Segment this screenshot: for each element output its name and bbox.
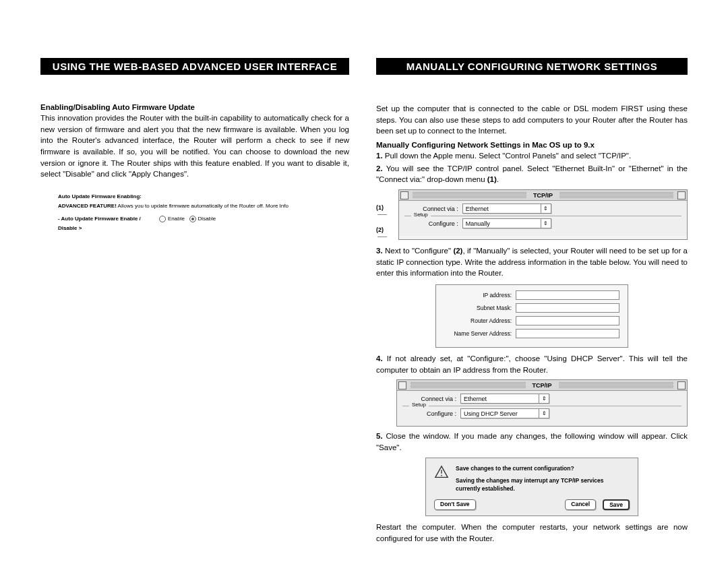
subnet-row: Subnet Mask: <box>444 303 619 313</box>
configure-value-2: Using DHCP Server <box>461 410 539 417</box>
configure-value: Manually <box>463 220 541 227</box>
connect-via-value-2: Ethernet <box>461 396 539 402</box>
titlebar-stripes-icon <box>559 192 673 199</box>
warning-icon <box>434 465 449 480</box>
step-5-text: Close the window. If you made any change… <box>376 432 688 451</box>
tcpip-titlebar: TCP/IP <box>399 190 687 201</box>
ip-address-label: IP address: <box>444 292 516 299</box>
firmware-figure-title: Auto Update Firmware Enabling: <box>58 192 349 201</box>
callout-1: (1) <box>376 204 384 211</box>
mac-os-heading: Manually Configuring Network Settings in… <box>376 141 688 149</box>
close-icon[interactable] <box>398 381 406 389</box>
titlebar-stripes-icon <box>559 382 674 389</box>
ip-address-table: IP address: Subnet Mask: Router Address:… <box>435 284 628 348</box>
dont-save-button[interactable]: Don't Save <box>434 499 476 510</box>
right-page: MANUALLY CONFIGURING NETWORK SETTINGS Se… <box>376 58 688 544</box>
callout-line-icon <box>377 214 387 215</box>
save-warning: Saving the changes may interrupt any TCP… <box>456 477 630 493</box>
step-5: 5. Close the window. If you made any cha… <box>376 431 688 453</box>
save-question: Save changes to the current configuratio… <box>456 465 630 473</box>
configure-dropdown[interactable]: Manually ⇕ <box>462 218 551 228</box>
connect-via-label-2: Connect via : <box>402 396 460 402</box>
chevron-updown-icon: ⇕ <box>539 409 549 418</box>
firmware-enable-row: - Auto Update Firmware Enable / Disable … <box>58 214 349 232</box>
intro-text: Set up the computer that is connected to… <box>376 103 688 137</box>
step-2-text: You will see the TCP/IP control panel. S… <box>376 164 688 184</box>
radio-disable-label: Disable <box>198 216 216 222</box>
step-2-ref: (1) <box>487 175 497 183</box>
configure-row-2: Configure : Using DHCP Server ⇕ <box>402 408 681 418</box>
configure-label-2: Configure : <box>402 410 460 417</box>
router-address-input[interactable] <box>516 316 619 325</box>
left-page: USING THE WEB-BASED ADVANCED USER INTERF… <box>40 58 349 544</box>
subnet-input[interactable] <box>516 303 619 313</box>
firmware-feature-line: ADVANCED FEATURE! Allows you to update f… <box>58 201 349 211</box>
step-4: 4. If not already set, at "Configure:", … <box>376 353 688 375</box>
tcpip-titlebar-2: TCP/IP <box>397 380 687 391</box>
step-4-num: 4. <box>376 354 383 363</box>
connect-via-row-2: Connect via : Ethernet ⇕ <box>402 394 681 404</box>
svg-point-2 <box>441 474 442 476</box>
subnet-label: Subnet Mask: <box>444 305 516 311</box>
tcpip-body-2: Connect via : Ethernet ⇕ Setup Configure… <box>397 391 687 426</box>
step-3-text-a: Next to "Configure" <box>383 247 454 255</box>
step-1-text: Pull down the Apple menu. Select "Contro… <box>383 152 632 160</box>
connect-via-row: Connect via : Ethernet ⇕ <box>404 204 681 214</box>
ns-row: Name Server Address: <box>444 329 619 338</box>
outro-text: Restart the computer. When the computer … <box>376 522 688 544</box>
tcpip-body: Connect via : Ethernet ⇕ Setup Configure… <box>399 201 687 236</box>
step-3-ref: (2) <box>453 247 462 255</box>
left-header: USING THE WEB-BASED ADVANCED USER INTERF… <box>40 58 349 75</box>
tcpip-panel-1: TCP/IP Connect via : Ethernet ⇕ Setup <box>398 189 688 240</box>
router-row: Router Address: <box>444 316 619 325</box>
auto-firmware-heading: Enabling/Disabling Auto Firmware Update <box>40 103 349 111</box>
close-icon[interactable] <box>400 191 408 199</box>
ip-address-input[interactable] <box>516 290 619 300</box>
setup-label-2: Setup <box>409 402 429 408</box>
radio-disable[interactable] <box>189 216 196 222</box>
right-header: MANUALLY CONFIGURING NETWORK SETTINGS <box>376 58 688 75</box>
setup-label: Setup <box>411 212 431 218</box>
save-button[interactable]: Save <box>603 499 630 510</box>
step-1-num: 1. <box>376 152 383 160</box>
step-1: 1. Pull down the Apple menu. Select "Con… <box>376 150 688 162</box>
connect-via-label: Connect via : <box>404 206 462 212</box>
connect-via-dropdown[interactable]: Ethernet ⇕ <box>462 204 551 214</box>
setup-group-2: Setup Configure : Using DHCP Server ⇕ <box>402 406 681 418</box>
callout-line-icon <box>377 237 387 237</box>
ns-input[interactable] <box>516 329 619 338</box>
callout-column: (1) (2) <box>376 189 394 240</box>
radio-enable-label: Enable <box>168 216 185 222</box>
configure-dropdown-2[interactable]: Using DHCP Server ⇕ <box>460 408 549 418</box>
step-4-text: If not already set, at "Configure:", cho… <box>376 354 688 374</box>
firmware-enable-label: - Auto Update Firmware Enable / Disable … <box>58 214 159 232</box>
step-3-num: 3. <box>376 247 383 255</box>
connect-via-value: Ethernet <box>463 206 541 212</box>
tcpip-figure-1: (1) (2) TCP/IP Connect via : Ethernet <box>376 189 688 240</box>
router-address-label: Router Address: <box>444 317 516 324</box>
step-2: 2. You will see the TCP/IP control panel… <box>376 163 688 185</box>
tcpip-title-2: TCP/IP <box>528 382 556 389</box>
cancel-button[interactable]: Cancel <box>565 499 596 510</box>
configure-row: Configure : Manually ⇕ <box>404 218 681 228</box>
collapse-icon[interactable] <box>677 191 686 199</box>
advanced-feature-label: ADVANCED FEATURE! <box>58 203 117 209</box>
setup-group: Setup Configure : Manually ⇕ <box>404 216 681 228</box>
configure-label: Configure : <box>404 220 462 227</box>
titlebar-stripes-icon <box>413 192 526 199</box>
step-3: 3. Next to "Configure" (2), if "Manually… <box>376 245 688 279</box>
callout-2: (2) <box>376 226 384 233</box>
radio-enable[interactable] <box>159 216 166 222</box>
chevron-updown-icon: ⇕ <box>539 394 549 403</box>
connect-via-dropdown-2[interactable]: Ethernet ⇕ <box>460 394 549 404</box>
ns-label: Name Server Address: <box>444 330 516 337</box>
save-dialog-text: Save changes to the current configuratio… <box>456 465 630 493</box>
chevron-updown-icon: ⇕ <box>541 204 551 213</box>
chevron-updown-icon: ⇕ <box>541 219 551 228</box>
step-5-num: 5. <box>376 432 383 440</box>
tcpip-panel-2: TCP/IP Connect via : Ethernet ⇕ Setup Co… <box>396 379 688 427</box>
tcpip-title: TCP/IP <box>529 192 557 199</box>
titlebar-stripes-icon <box>411 382 526 389</box>
collapse-icon[interactable] <box>677 381 686 389</box>
firmware-settings-figure: Auto Update Firmware Enabling: ADVANCED … <box>58 192 349 232</box>
